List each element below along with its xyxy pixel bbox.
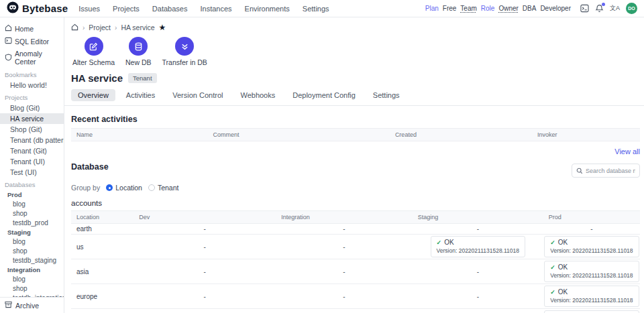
transfer-in-db-button[interactable]: Transfer in DB [162, 37, 207, 66]
home-icon [5, 24, 12, 33]
table-row-asia[interactable]: asia - - - OK Version: 20220211131528.11… [71, 259, 640, 284]
brand-name: Bytebase [22, 3, 68, 14]
database-section-title: Database [71, 162, 109, 172]
column-header-dev: Dev [133, 211, 276, 223]
sidebar-item-archive[interactable]: Archive [0, 297, 64, 313]
status-card[interactable]: OK Version: 20220211131528.11018 [544, 261, 639, 282]
bookmark-item[interactable]: Hello world! [0, 80, 64, 90]
user-avatar[interactable]: DO [626, 3, 637, 14]
table-row-earth[interactable]: earth - - - - [71, 224, 640, 235]
nav-projects[interactable]: Projects [113, 5, 140, 13]
plan-edition-link[interactable]: Team [460, 5, 476, 12]
column-header-prod: Prod [543, 211, 640, 223]
breadcrumb-project[interactable]: Project [89, 23, 111, 32]
status-card[interactable]: OK Version: 20220211131528.11018 [431, 236, 525, 257]
column-header-name: Name [71, 129, 208, 141]
view-all-link[interactable]: View all [71, 147, 640, 155]
bookmarks-header: Bookmarks [0, 68, 64, 80]
tenant-badge: Tenant [128, 73, 157, 83]
column-header-location: Location [71, 211, 133, 223]
group-by-tenant-radio[interactable]: Tenant [148, 184, 179, 192]
group-by-controls: Group by Location Tenant [71, 184, 640, 192]
table-row-mars[interactable]: mars - - - OK Version: 20220211131528.11… [71, 309, 640, 313]
tab-bar: Overview Activities Version Control Webh… [64, 89, 644, 106]
sidebar-db-item[interactable]: blog [0, 274, 64, 284]
sidebar-db-item[interactable]: blog [0, 199, 64, 208]
sql-editor-icon [5, 37, 12, 46]
tab-settings[interactable]: Settings [366, 89, 407, 101]
sidebar-item-anomaly-center[interactable]: Anomaly Center [0, 48, 64, 68]
sidebar-db-item[interactable]: shop [0, 208, 64, 218]
nav-settings[interactable]: Settings [303, 5, 329, 13]
navbar-meta: Plan Free Team Role Owner DBA Developer … [425, 3, 637, 14]
search-icon [576, 165, 583, 177]
status-card[interactable]: OK Version: 20220211131528.11018 [544, 236, 639, 257]
sidebar-project-test-ui[interactable]: Test (UI) [0, 167, 64, 178]
sidebar-db-item[interactable]: blog [0, 237, 64, 246]
version-text: Version: 20220211131528.11018 [550, 247, 633, 254]
sidebar-project-ha-service[interactable]: HA service [0, 113, 64, 124]
sidebar-project-shop-git[interactable]: Shop (Git) [0, 124, 64, 135]
env-group-staging: Staging [0, 227, 64, 237]
archive-icon [5, 301, 12, 310]
breadcrumb: › Project › HA service [71, 23, 640, 32]
version-text: Version: 20220211131528.11018 [550, 272, 633, 279]
breadcrumb-current: HA service [121, 23, 154, 32]
breadcrumb-home-icon[interactable] [71, 23, 78, 32]
sidebar-item-sql-editor[interactable]: SQL Editor [0, 35, 64, 48]
databases-header: Databases [0, 178, 64, 190]
recent-activities-title: Recent activities [71, 115, 640, 124]
nav-instances[interactable]: Instances [200, 5, 231, 13]
main-nav: Issues Projects Databases Instances Envi… [78, 5, 329, 13]
column-header-integration: Integration [276, 211, 413, 223]
sidebar-project-tenant-db-pattern[interactable]: Tenant (db pattern) [0, 135, 64, 145]
tab-overview[interactable]: Overview [71, 89, 115, 101]
table-row-europe[interactable]: europe - - - OK Version: 20220211131528.… [71, 284, 640, 309]
sidebar-project-tenant-git[interactable]: Tenant (Git) [0, 145, 64, 156]
group-by-location-radio[interactable]: Location [106, 184, 142, 192]
main-content: › Project › HA service Alter Schema New … [64, 17, 644, 313]
sidebar-project-tenant-ui[interactable]: Tenant (UI) [0, 156, 64, 167]
check-icon [437, 239, 442, 246]
check-icon [550, 288, 555, 296]
env-group-prod: Prod [0, 190, 64, 199]
nav-environments[interactable]: Environments [245, 5, 290, 13]
bytebase-logo-icon [7, 1, 19, 16]
nav-databases[interactable]: Databases [152, 5, 188, 13]
group-by-label: Group by [71, 184, 100, 192]
alter-schema-button[interactable]: Alter Schema [72, 37, 115, 66]
tab-deployment-config[interactable]: Deployment Config [286, 89, 362, 101]
sidebar-db-item[interactable]: shop [0, 246, 64, 255]
role-owner-link[interactable]: Owner [498, 5, 518, 12]
database-search[interactable] [572, 164, 640, 178]
new-db-button[interactable]: New DB [125, 37, 152, 66]
favorite-star-icon[interactable] [159, 23, 166, 32]
plan-label: Plan [425, 5, 439, 12]
search-input[interactable] [586, 168, 635, 174]
tab-activities[interactable]: Activities [119, 89, 162, 101]
page-title: HA service [71, 72, 123, 84]
nav-issues[interactable]: Issues [78, 5, 100, 13]
sidebar-db-item[interactable]: shop [0, 284, 64, 293]
sidebar: Home SQL Editor Anomaly Center Bookmarks… [0, 17, 64, 313]
status-card[interactable]: OK Version: 20220211131528.11018 [544, 310, 639, 313]
sidebar-db-item[interactable]: testdb_staging [0, 255, 64, 265]
quick-actions: Alter Schema New DB Transfer in DB [72, 37, 640, 66]
language-icon[interactable] [610, 4, 620, 13]
brand-logo[interactable]: Bytebase [7, 1, 68, 16]
terminal-icon[interactable] [580, 4, 589, 13]
shield-icon [5, 54, 12, 62]
sidebar-db-item[interactable]: testdb_prod [0, 218, 64, 227]
tab-version-control[interactable]: Version Control [166, 89, 229, 101]
column-header-invoker: Invoker [532, 129, 640, 141]
status-card[interactable]: OK Version: 20220211131528.11018 [544, 286, 639, 307]
table-row-us[interactable]: us - - OK Version: 20220211131528.11018 … [71, 235, 640, 259]
sidebar-item-home[interactable]: Home [0, 22, 64, 35]
notification-bell-icon[interactable] [595, 4, 604, 13]
plan-value: Free [443, 5, 457, 12]
sidebar-project-blog-git[interactable]: Blog (Git) [0, 103, 64, 113]
radio-selected-icon [106, 184, 113, 191]
breadcrumb-separator: › [83, 24, 85, 32]
notification-badge [602, 3, 605, 6]
tab-webhooks[interactable]: Webhooks [233, 89, 282, 101]
